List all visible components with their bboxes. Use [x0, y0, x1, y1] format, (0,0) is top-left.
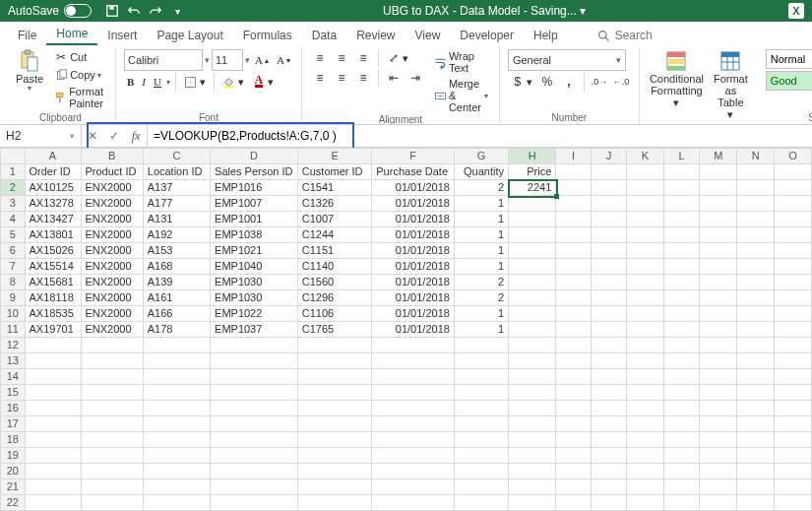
cell-F10[interactable]: 01/01/2018	[372, 306, 455, 322]
cell-I13[interactable]	[556, 353, 591, 369]
cell-A2[interactable]: AX10125	[25, 180, 81, 196]
column-header-K[interactable]: K	[627, 149, 663, 164]
cell-N11[interactable]	[737, 322, 775, 338]
tab-view[interactable]: View	[406, 26, 451, 45]
cell-G12[interactable]	[454, 338, 508, 353]
cell-D19[interactable]	[211, 448, 298, 464]
borders-button[interactable]: ▾	[181, 74, 209, 90]
cell-D5[interactable]: EMP1038	[211, 227, 298, 243]
cell-D3[interactable]: EMP1007	[211, 196, 298, 212]
cell-M1[interactable]	[700, 164, 737, 180]
cell-A4[interactable]: AX13427	[25, 212, 81, 227]
cell-M13[interactable]	[700, 353, 737, 369]
cell-D6[interactable]: EMP1021	[211, 243, 298, 259]
cell-style-good[interactable]: Good	[766, 71, 812, 91]
tab-page-layout[interactable]: Page Layout	[147, 26, 232, 45]
align-right-button[interactable]: ≡	[353, 70, 373, 86]
cell-A14[interactable]	[25, 369, 81, 385]
cell-K15[interactable]	[627, 385, 663, 401]
cell-D9[interactable]: EMP1030	[211, 290, 298, 306]
cell-N4[interactable]	[737, 212, 775, 227]
cell-A22[interactable]	[25, 495, 81, 511]
cell-B22[interactable]	[81, 495, 143, 511]
cell-E19[interactable]	[297, 448, 371, 464]
cell-I22[interactable]	[556, 495, 591, 511]
cell-G4[interactable]: 1	[454, 212, 508, 227]
cell-J18[interactable]	[591, 432, 627, 448]
cell-D7[interactable]: EMP1040	[211, 259, 298, 275]
cell-A17[interactable]	[25, 416, 81, 432]
cell-O17[interactable]	[775, 416, 812, 432]
cell-M10[interactable]	[700, 306, 737, 322]
cell-E16[interactable]	[297, 401, 371, 416]
cell-M3[interactable]	[700, 196, 737, 212]
cut-button[interactable]: ✂ Cut	[51, 49, 107, 65]
cell-A11[interactable]: AX19701	[25, 322, 81, 338]
paste-button[interactable]: Paste ▾	[14, 49, 45, 94]
cell-M17[interactable]	[700, 416, 737, 432]
cell-M8[interactable]	[700, 275, 737, 290]
cell-M5[interactable]	[700, 227, 737, 243]
cell-N17[interactable]	[737, 416, 775, 432]
cell-N6[interactable]	[737, 243, 775, 259]
cell-K14[interactable]	[627, 369, 663, 385]
column-header-M[interactable]: M	[700, 149, 737, 164]
row-header-6[interactable]: 6	[1, 243, 26, 259]
cell-M14[interactable]	[700, 369, 737, 385]
cell-L16[interactable]	[663, 401, 700, 416]
column-header-E[interactable]: E	[297, 149, 371, 164]
save-icon[interactable]	[104, 3, 120, 19]
cell-I10[interactable]	[556, 306, 591, 322]
tab-insert[interactable]: Insert	[97, 26, 147, 45]
cell-A16[interactable]	[25, 401, 81, 416]
cell-L19[interactable]	[663, 448, 700, 464]
underline-button[interactable]: U	[151, 75, 164, 89]
cell-A10[interactable]: AX18535	[25, 306, 81, 322]
cell-G8[interactable]: 2	[454, 275, 508, 290]
cell-H14[interactable]	[509, 369, 556, 385]
cell-E4[interactable]: C1007	[297, 212, 371, 227]
cell-F12[interactable]	[372, 338, 455, 353]
tab-data[interactable]: Data	[302, 26, 346, 45]
cell-E7[interactable]: C1140	[297, 259, 371, 275]
cell-K4[interactable]	[627, 212, 663, 227]
cell-F1[interactable]: Purchase Date	[372, 164, 455, 180]
cell-I11[interactable]	[556, 322, 591, 338]
cell-E13[interactable]	[297, 353, 371, 369]
cell-H22[interactable]	[509, 495, 556, 511]
cell-B7[interactable]: ENX2000	[81, 259, 143, 275]
cell-K10[interactable]	[627, 306, 663, 322]
cell-B17[interactable]	[81, 416, 143, 432]
cell-M11[interactable]	[700, 322, 737, 338]
cell-L6[interactable]	[663, 243, 700, 259]
cell-H20[interactable]	[509, 464, 556, 479]
cell-J10[interactable]	[591, 306, 627, 322]
cell-A9[interactable]: AX18118	[25, 290, 81, 306]
cell-C20[interactable]	[143, 464, 210, 479]
cell-L10[interactable]	[663, 306, 700, 322]
autosave-toggle[interactable]: AutoSave	[8, 4, 92, 18]
row-header-19[interactable]: 19	[1, 448, 26, 464]
cell-E11[interactable]: C1765	[297, 322, 371, 338]
cell-E12[interactable]	[297, 338, 371, 353]
row-header-21[interactable]: 21	[1, 479, 26, 495]
tell-me-search[interactable]: Search	[588, 26, 662, 45]
cell-B5[interactable]: ENX2000	[81, 227, 143, 243]
cell-J11[interactable]	[591, 322, 627, 338]
cell-G9[interactable]: 2	[454, 290, 508, 306]
align-bottom-button[interactable]: ≡	[353, 50, 373, 66]
cell-L2[interactable]	[663, 180, 700, 196]
cell-I8[interactable]	[556, 275, 591, 290]
cell-D2[interactable]: EMP1016	[211, 180, 298, 196]
cell-G18[interactable]	[454, 432, 508, 448]
cell-L8[interactable]	[663, 275, 700, 290]
row-header-4[interactable]: 4	[1, 212, 26, 227]
cell-C19[interactable]	[143, 448, 210, 464]
cell-J21[interactable]	[591, 479, 627, 495]
cell-H12[interactable]	[509, 338, 556, 353]
cell-E22[interactable]	[297, 495, 371, 511]
column-header-D[interactable]: D	[211, 149, 298, 164]
cell-H7[interactable]	[509, 259, 556, 275]
cell-M7[interactable]	[700, 259, 737, 275]
italic-button[interactable]: I	[139, 75, 149, 89]
